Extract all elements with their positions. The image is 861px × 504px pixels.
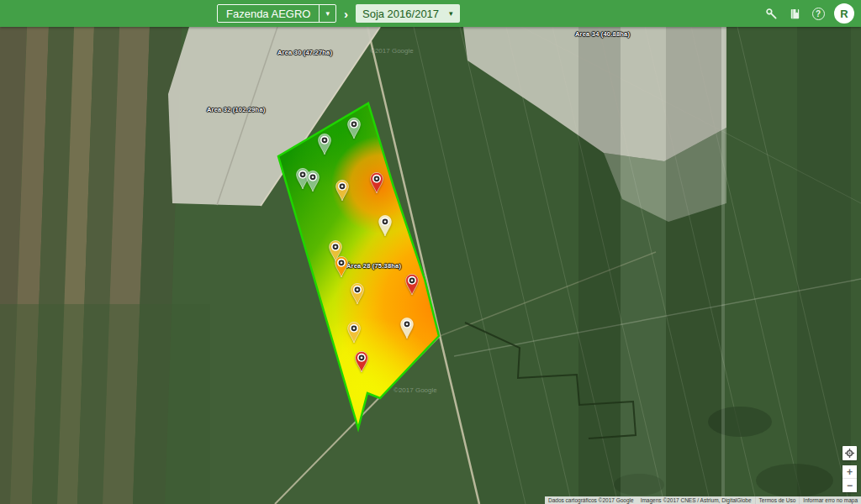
app-root: Area 30 (47.27ha)Area 32 (102.29ha)Area … <box>0 0 861 504</box>
zoom-in-button[interactable]: + <box>843 465 857 479</box>
help-icon: ? <box>812 8 825 20</box>
map-pin-green[interactable] <box>316 132 333 155</box>
zoom-control: + − <box>843 465 857 492</box>
map-pin-green[interactable] <box>304 169 321 192</box>
season-selector-dropdown[interactable]: Soja 2016/2017 ▾ <box>356 4 460 23</box>
my-location-button[interactable] <box>843 446 857 460</box>
top-bar-actions: ? R <box>763 0 854 27</box>
map-pin-red[interactable] <box>404 272 420 296</box>
breadcrumb: Fazenda AEGRO ▾ › Soja 2016/2017 ▾ <box>217 0 460 27</box>
map-attribution: Dados cartográficos ©2017 Google Imagens… <box>545 496 861 504</box>
wrench-icon <box>765 8 778 20</box>
breadcrumb-separator-icon: › <box>336 7 356 21</box>
farm-selector-dropdown[interactable]: Fazenda AEGRO ▾ <box>217 4 336 23</box>
chevron-down-icon: ▾ <box>449 9 453 18</box>
zoom-out-button[interactable]: − <box>843 479 857 492</box>
map-background <box>0 27 861 504</box>
map-pin-yellow[interactable] <box>346 320 362 344</box>
terms-of-use-link[interactable]: Termos de Uso <box>755 496 800 504</box>
attribution-data: Dados cartográficos ©2017 Google <box>545 496 637 504</box>
map-pin-red[interactable] <box>368 171 385 194</box>
user-avatar[interactable]: R <box>834 3 854 24</box>
top-bar: Fazenda AEGRO ▾ › Soja 2016/2017 ▾ <box>0 0 861 27</box>
help-button[interactable]: ? <box>811 6 826 21</box>
map-pin-pale[interactable] <box>399 316 415 339</box>
map-pin-yellow[interactable] <box>349 281 366 305</box>
map-pin-green[interactable] <box>346 116 362 139</box>
my-location-icon <box>845 449 854 458</box>
report-map-error-link[interactable]: Informar erro no mapa <box>799 496 861 504</box>
map-pin-pale[interactable] <box>377 213 394 237</box>
map-controls: + − <box>843 446 857 492</box>
chevron-down-icon: ▾ <box>319 5 335 22</box>
tools-button[interactable] <box>763 6 779 21</box>
map-pin-orange[interactable] <box>333 255 350 278</box>
season-selector-label: Soja 2016/2017 <box>362 8 439 20</box>
map-pin-red[interactable] <box>353 349 370 373</box>
satellite-map[interactable]: Area 30 (47.27ha)Area 32 (102.29ha)Area … <box>0 27 861 504</box>
map-pin-yellow[interactable] <box>334 178 351 202</box>
notebook-icon <box>789 8 801 20</box>
notebook-button[interactable] <box>787 6 802 21</box>
farm-selector-label: Fazenda AEGRO <box>218 5 319 22</box>
attribution-imagery: Imagens ©2017 CNES / Astrium, DigitalGlo… <box>637 496 755 504</box>
